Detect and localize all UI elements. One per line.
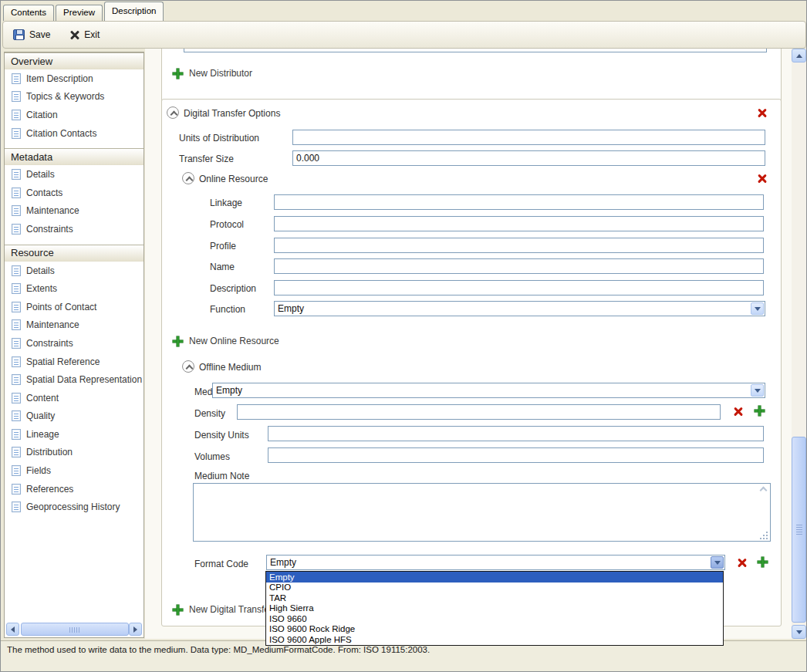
sidebar-item-topics-keywords[interactable]: Topics & Keywords bbox=[5, 88, 144, 106]
function-dropdown-button[interactable] bbox=[751, 302, 764, 315]
dropdown-option-iso-9660[interactable]: ISO 9660 bbox=[266, 613, 723, 624]
sidebar-item-citation-contacts[interactable]: Citation Contacts bbox=[5, 124, 144, 143]
format-code-select[interactable]: Empty bbox=[266, 555, 725, 570]
sidebar-item-references[interactable]: References bbox=[5, 480, 144, 498]
profile-input[interactable] bbox=[274, 238, 764, 253]
offline-medium-title: Offline Medium bbox=[199, 362, 261, 373]
new-online-resource-link[interactable]: New Online Resource bbox=[173, 336, 279, 346]
sidebar-item-lineage[interactable]: Lineage bbox=[5, 425, 144, 444]
dropdown-option-high-sierra[interactable]: High Sierra bbox=[266, 603, 723, 614]
document-icon bbox=[12, 205, 21, 216]
medium-note-textarea[interactable] bbox=[193, 483, 771, 542]
density-label: Density bbox=[194, 408, 225, 419]
remove-digital-transfer-options-icon[interactable] bbox=[758, 108, 767, 117]
sidebar-item-label: Topics & Keywords bbox=[26, 91, 104, 102]
medium-name-select[interactable]: Empty bbox=[212, 383, 765, 398]
function-label: Function bbox=[210, 304, 245, 315]
collapse-digital-transfer-options-button[interactable] bbox=[167, 106, 179, 119]
arrow-down-icon bbox=[796, 630, 802, 634]
sidebar-item-points-of-contact[interactable]: Points of Contact bbox=[5, 298, 144, 316]
description-input[interactable] bbox=[274, 280, 764, 295]
scroll-right-button[interactable] bbox=[129, 623, 142, 636]
textarea-resize-grip-icon[interactable] bbox=[760, 531, 768, 539]
vertical-scrollbar[interactable] bbox=[792, 49, 806, 639]
medium-name-dropdown-button[interactable] bbox=[751, 384, 764, 397]
scroll-up-button[interactable] bbox=[792, 49, 806, 62]
sidebar-item-distribution[interactable]: Distribution bbox=[5, 444, 144, 462]
dropdown-option-empty[interactable]: Empty bbox=[266, 572, 723, 583]
sidebar-item-label: Quality bbox=[26, 410, 55, 421]
sidebar-item-label: Spatial Data Representation bbox=[26, 374, 142, 385]
sidebar-item-label: Extents bbox=[26, 283, 57, 294]
save-label: Save bbox=[29, 29, 50, 40]
sidebar-item-resource-constraints[interactable]: Constraints bbox=[5, 334, 144, 353]
sidebar-item-metadata-details[interactable]: Details bbox=[5, 165, 144, 184]
tab-contents[interactable]: Contents bbox=[3, 5, 54, 21]
plus-icon bbox=[173, 336, 183, 346]
sidebar-item-label: Contacts bbox=[26, 187, 62, 198]
sidebar-header-resource: Resource bbox=[5, 245, 144, 262]
document-icon bbox=[12, 224, 21, 235]
sidebar-item-label: Maintenance bbox=[26, 319, 79, 330]
remove-format-code-icon[interactable] bbox=[738, 558, 747, 567]
remove-density-icon[interactable] bbox=[734, 407, 743, 416]
format-code-selected-value: Empty bbox=[270, 557, 709, 569]
sidebar-horizontal-scrollbar[interactable] bbox=[6, 623, 142, 636]
sidebar-item-metadata-constraints[interactable]: Constraints bbox=[5, 220, 144, 238]
save-button[interactable]: Save bbox=[13, 29, 50, 40]
dropdown-option-tar[interactable]: TAR bbox=[266, 593, 723, 603]
format-code-dropdown-list: Empty CPIO TAR High Sierra ISO 9660 ISO … bbox=[265, 571, 724, 646]
tab-preview[interactable]: Preview bbox=[56, 5, 103, 21]
scroll-down-button[interactable] bbox=[792, 625, 806, 639]
protocol-label: Protocol bbox=[210, 219, 244, 230]
dropdown-option-iso-9600-apple-hfs[interactable]: ISO 9600 Apple HFS bbox=[266, 634, 723, 645]
linkage-input[interactable] bbox=[274, 194, 764, 210]
collapse-online-resource-button[interactable] bbox=[182, 172, 194, 184]
new-distributor-label: New Distributor bbox=[189, 68, 252, 79]
sidebar-item-metadata-maintenance[interactable]: Maintenance bbox=[5, 202, 144, 221]
sidebar-item-extents[interactable]: Extents bbox=[5, 279, 144, 298]
vertical-scroll-thumb[interactable] bbox=[792, 437, 806, 623]
dropdown-option-cpio[interactable]: CPIO bbox=[266, 583, 723, 593]
sidebar-item-resource-details[interactable]: Details bbox=[5, 262, 144, 280]
density-units-input[interactable] bbox=[268, 426, 764, 441]
sidebar-item-geoprocessing-history[interactable]: Geoprocessing History bbox=[5, 498, 144, 516]
sidebar-item-spatial-reference[interactable]: Spatial Reference bbox=[5, 353, 144, 371]
form-content-area: New Distributor Digital Transfer Options… bbox=[145, 49, 792, 639]
new-online-resource-label: New Online Resource bbox=[189, 336, 279, 346]
sidebar-item-label: Distribution bbox=[26, 447, 73, 458]
sidebar-item-resource-maintenance[interactable]: Maintenance bbox=[5, 316, 144, 335]
collapse-offline-medium-button[interactable] bbox=[182, 360, 194, 373]
sidebar-item-fields[interactable]: Fields bbox=[5, 461, 144, 480]
sidebar-item-label: Constraints bbox=[26, 338, 73, 349]
distributor-partial-input[interactable] bbox=[184, 49, 767, 52]
function-select[interactable]: Empty bbox=[274, 301, 765, 316]
remove-online-resource-icon[interactable] bbox=[758, 174, 767, 183]
units-of-distribution-input[interactable] bbox=[292, 130, 765, 145]
scroll-left-button[interactable] bbox=[6, 623, 19, 636]
document-icon bbox=[12, 484, 21, 495]
name-input[interactable] bbox=[274, 258, 764, 274]
add-format-code-icon[interactable] bbox=[758, 557, 768, 567]
plus-icon bbox=[173, 605, 183, 615]
format-code-dropdown-button[interactable] bbox=[711, 556, 724, 569]
density-input[interactable] bbox=[237, 404, 721, 420]
add-density-icon[interactable] bbox=[755, 406, 765, 416]
horizontal-scroll-thumb[interactable] bbox=[21, 623, 129, 636]
function-selected-value: Empty bbox=[278, 303, 749, 315]
document-icon bbox=[12, 110, 21, 120]
sidebar-item-content[interactable]: Content bbox=[5, 389, 144, 407]
dropdown-option-iso-9600-rock-ridge[interactable]: ISO 9600 Rock Ridge bbox=[266, 624, 723, 635]
transfer-size-input[interactable] bbox=[292, 150, 765, 166]
sidebar-item-item-description[interactable]: Item Description bbox=[5, 69, 144, 88]
protocol-input[interactable] bbox=[274, 216, 764, 231]
document-icon bbox=[12, 501, 21, 512]
new-distributor-link[interactable]: New Distributor bbox=[173, 68, 252, 79]
tab-description[interactable]: Description bbox=[104, 2, 164, 21]
sidebar-item-metadata-contacts[interactable]: Contacts bbox=[5, 184, 144, 202]
sidebar-item-spatial-data-representation[interactable]: Spatial Data Representation bbox=[5, 370, 144, 389]
sidebar-item-citation[interactable]: Citation bbox=[5, 106, 144, 124]
exit-button[interactable]: Exit bbox=[70, 29, 100, 40]
sidebar-item-quality[interactable]: Quality bbox=[5, 407, 144, 426]
volumes-input[interactable] bbox=[268, 447, 764, 463]
